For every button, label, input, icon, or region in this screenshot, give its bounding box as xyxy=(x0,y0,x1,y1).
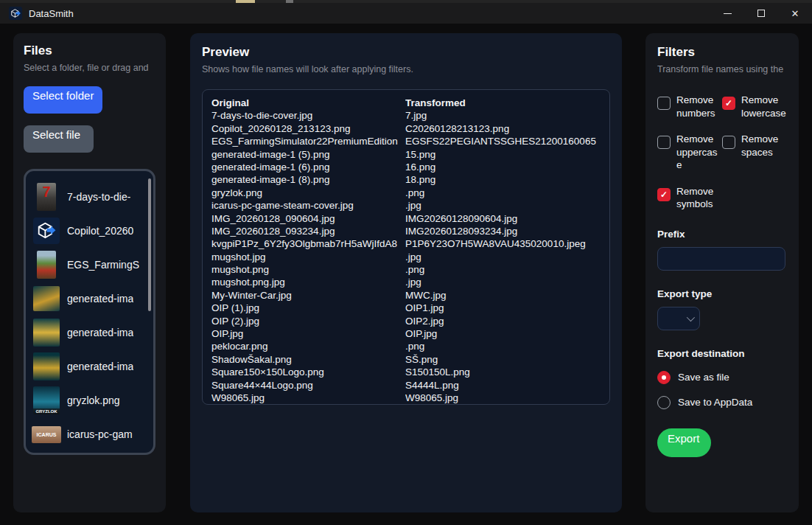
preview-subtitle: Shows how file names will look after app… xyxy=(202,64,610,74)
select-file-button[interactable]: Select file xyxy=(24,125,94,153)
checkbox-label: Remove spaces xyxy=(741,133,787,159)
destination-radio-row[interactable]: Save as file xyxy=(657,371,787,384)
preview-table-row: OIP (1).jpg OIP1.jpg xyxy=(211,302,601,314)
preview-table-row: Square150×150Logo.png S150150L.png xyxy=(211,366,601,378)
filter-checkbox-row[interactable]: Remove numbers xyxy=(657,94,722,119)
original-name-cell: Copilot_20260128_213123.png xyxy=(211,122,405,135)
checkbox-label: Remove numbers xyxy=(676,94,722,119)
radio-icon[interactable] xyxy=(657,371,671,384)
preview-table-row: kvgpiP1Pz_6Y2fy3Olgbmab7rH5aWjIfdA8 P1P6… xyxy=(211,237,601,250)
original-name-cell: EGS_FarmingSimulator22PremiumEdition xyxy=(211,135,405,147)
select-folder-button[interactable]: Select folder xyxy=(24,86,102,114)
export-type-label: Export type xyxy=(657,288,787,299)
preview-table-row: Square44×44Logo.png S4444L.png xyxy=(211,379,601,392)
export-destination-label: Export destination xyxy=(657,348,787,359)
transformed-name-cell: IMG20260128093234.jpg xyxy=(405,225,601,237)
file-name-label: 7-days-to-die- xyxy=(67,191,130,203)
original-name-cell: kvgpiP1Pz_6Y2fy3Olgbmab7rH5aWjIfdA8 xyxy=(211,237,405,250)
app-logo-icon xyxy=(9,7,22,20)
file-list-item[interactable]: generated-ima xyxy=(32,316,147,350)
preview-table-row: EGS_FarmingSimulator22PremiumEdition EGS… xyxy=(211,135,601,147)
radio-icon[interactable] xyxy=(657,396,671,409)
file-thumbnail xyxy=(32,352,61,380)
transformed-name-cell: 15.png xyxy=(405,148,601,161)
preview-table-row: IMG_20260128_090604.jpg IMG2026012809060… xyxy=(211,212,601,225)
file-thumbnail xyxy=(32,286,61,311)
transformed-name-cell: 18.png xyxy=(405,173,601,186)
filter-checkbox-row[interactable]: ✓ Remove lowercase xyxy=(722,94,787,119)
filter-checkbox-row[interactable]: Remove uppercase xyxy=(657,133,722,172)
transformed-name-cell: SŠ.png xyxy=(405,353,601,366)
prefix-label: Prefix xyxy=(657,229,787,240)
original-name-cell: gryzlok.png xyxy=(211,187,405,199)
preview-table-row: peklocar.png .png xyxy=(211,340,601,352)
file-name-label: generated-ima xyxy=(67,361,133,372)
checkbox-icon[interactable]: ✓ xyxy=(657,188,671,201)
preview-table-row: mugshot.png .png xyxy=(211,263,601,276)
original-name-cell: mugshot.png xyxy=(211,263,405,276)
file-name-label: generated-ima xyxy=(67,327,133,338)
file-list-item[interactable]: 7-days-to-die- xyxy=(32,180,147,214)
file-list[interactable]: 7-days-to-die- Copilot_20260 EGS_Farming… xyxy=(24,169,155,455)
preview-table-row: IMG_20260128_093234.jpg IMG2026012809323… xyxy=(211,225,601,237)
minimize-icon xyxy=(724,13,732,14)
filter-checkbox-row[interactable]: ✓ Remove symbols xyxy=(657,185,722,211)
minimize-button[interactable] xyxy=(710,3,744,24)
radio-label: Save as file xyxy=(678,372,729,383)
original-name-cell: 7-days-to-die-cover.jpg xyxy=(211,109,405,122)
destination-radio-row[interactable]: Save to AppData xyxy=(657,396,787,409)
preview-table-row: mugshot.png.jpg .jpg xyxy=(211,276,601,288)
original-name-cell: generated-image-1 (8).png xyxy=(211,173,405,186)
transformed-name-cell: .jpg xyxy=(405,276,601,288)
preview-table-row: 7-days-to-die-cover.jpg 7.jpg xyxy=(211,109,601,122)
file-list-item[interactable]: ICARUS icarus-pc-gam xyxy=(32,417,147,451)
prefix-input[interactable] xyxy=(657,247,785,271)
export-type-dropdown[interactable] xyxy=(657,307,700,330)
original-name-cell: My-Winter-Car.jpg xyxy=(211,289,405,302)
preview-title: Preview xyxy=(202,45,610,60)
checkbox-icon[interactable] xyxy=(657,136,671,149)
file-list-item[interactable]: GRYZLOK gryzlok.png xyxy=(32,383,147,417)
transformed-name-cell: .png xyxy=(405,187,601,199)
maximize-icon xyxy=(757,10,765,17)
file-thumbnail: ICARUS xyxy=(32,426,61,443)
file-list-item[interactable]: EGS_FarmingS xyxy=(32,248,147,282)
transformed-name-cell: S150150L.png xyxy=(405,366,601,378)
file-list-item[interactable]: generated-ima xyxy=(32,350,147,383)
maximize-button[interactable] xyxy=(744,3,778,24)
file-name-label: EGS_FarmingS xyxy=(67,259,139,271)
file-list-item[interactable]: Copilot_20260 xyxy=(32,214,147,248)
original-name-cell: IMG_20260128_090604.jpg xyxy=(211,212,405,225)
transformed-name-cell: OIP.jpg xyxy=(405,327,601,340)
transformed-name-cell: .jpg xyxy=(405,199,601,212)
file-name-label: icarus-pc-gam xyxy=(67,428,133,440)
transformed-name-cell: 7.jpg xyxy=(405,109,601,122)
checkbox-icon[interactable] xyxy=(722,136,735,149)
files-subtitle: Select a folder, file or drag and xyxy=(24,63,155,73)
original-name-cell: peklocar.png xyxy=(211,340,405,352)
file-list-item[interactable]: generated-ima xyxy=(32,282,147,316)
checkbox-label: Remove uppercase xyxy=(676,133,722,172)
original-name-cell: W98065.jpg xyxy=(211,392,405,404)
export-button[interactable]: Export xyxy=(657,428,711,457)
original-name-cell: Square44×44Logo.png xyxy=(211,379,405,392)
preview-table-row: icarus-pc-game-steam-cover.jpg .jpg xyxy=(211,199,601,212)
preview-table-row: generated-image-1 (5).png 15.png xyxy=(211,148,601,161)
checkbox-label: Remove lowercase xyxy=(741,94,787,119)
filters-panel: Filters Transform file names using the R… xyxy=(645,33,799,512)
radio-label: Save to AppData xyxy=(678,397,752,408)
preview-table-row: Copilot_20260128_213123.png C20260128213… xyxy=(211,122,601,135)
file-list-scrollbar[interactable] xyxy=(148,178,151,311)
transformed-name-cell: OIP2.jpg xyxy=(405,315,601,327)
preview-table-row: generated-image-1 (6).png 16.png xyxy=(211,161,601,173)
original-name-cell: OIP (2).jpg xyxy=(211,315,405,327)
transformed-name-cell: IMG20260128090604.jpg xyxy=(405,212,601,225)
preview-table-row: OIP (2).jpg OIP2.jpg xyxy=(211,315,601,327)
files-title: Files xyxy=(24,44,155,58)
transformed-name-cell: .png xyxy=(405,340,601,352)
checkbox-icon[interactable] xyxy=(657,97,671,110)
filter-checkbox-row[interactable]: Remove spaces xyxy=(722,133,787,172)
close-button[interactable]: ✕ xyxy=(778,3,812,24)
file-thumbnail xyxy=(32,251,61,279)
checkbox-icon[interactable]: ✓ xyxy=(722,97,735,110)
